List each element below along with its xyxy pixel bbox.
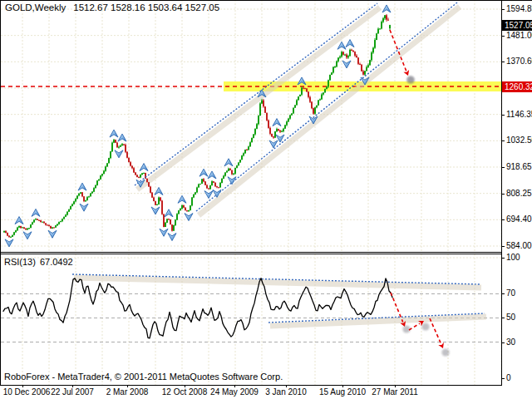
rsi-indicator-pane[interactable]	[1, 254, 501, 385]
candle-body	[366, 67, 367, 71]
candle-body	[57, 224, 58, 226]
candle-body	[155, 201, 156, 205]
price-scale-axis[interactable]: 1594.851481.001370.601146.351032.50918.6…	[501, 0, 532, 385]
candle-body	[165, 223, 166, 227]
candle-body	[183, 205, 185, 208]
candle-body	[351, 50, 352, 51]
candle-body	[153, 198, 155, 201]
fractal-up-icon	[118, 134, 126, 141]
candle-body	[60, 221, 62, 222]
candle-body	[66, 212, 68, 215]
candle-body	[377, 29, 379, 34]
price-tick-label: 1370.60	[506, 57, 532, 66]
candle-body	[311, 102, 313, 109]
candle-body	[32, 222, 33, 224]
candle-body	[231, 170, 233, 175]
axis-tickmark	[501, 140, 505, 141]
shadow-dot	[421, 323, 429, 330]
candle-body	[308, 91, 309, 97]
window-left-border	[0, 0, 1, 385]
candle-body	[211, 181, 213, 185]
candle-body	[98, 180, 100, 180]
candle-body	[22, 227, 23, 228]
candle-body	[156, 204, 158, 205]
candle-body	[357, 57, 359, 64]
candle-body	[318, 101, 319, 106]
fractal-down-icon	[168, 234, 176, 241]
chart-symbol-period: GOLD,Weekly	[5, 2, 66, 12]
candle-body	[95, 185, 96, 188]
candle-body	[244, 150, 246, 153]
candle-body	[42, 222, 43, 223]
candle-body	[55, 225, 57, 228]
candle-body	[379, 28, 381, 29]
candle-body	[286, 121, 288, 125]
candle-body	[329, 75, 331, 80]
pane-separator-bottom	[0, 254, 501, 254]
candle-body	[35, 219, 37, 219]
candle-body	[123, 144, 125, 145]
candle-body	[208, 188, 209, 189]
candle-body	[218, 187, 219, 188]
candle-body	[30, 224, 32, 228]
forecast-arrowhead	[438, 342, 444, 348]
candle-body	[136, 175, 138, 177]
time-scale-axis[interactable]: 10 Dec 200622 Jul 20072 Mar 200812 Oct 2…	[0, 385, 532, 399]
candle-body	[203, 179, 204, 181]
main-chart-pane[interactable]	[1, 0, 501, 252]
candle-body	[50, 226, 52, 229]
candle-body	[288, 119, 289, 122]
candle-body	[28, 228, 30, 229]
rsi-canvas[interactable]	[1, 254, 501, 385]
candle-body	[352, 51, 354, 52]
candle-body	[276, 129, 278, 131]
candle-body	[5, 231, 7, 233]
date-tick-label: 12 Oct 2008	[158, 387, 211, 397]
candle-body	[120, 145, 121, 147]
candle-body	[328, 80, 329, 86]
fractal-up-icon	[178, 195, 186, 203]
candle-body	[58, 222, 60, 224]
candle-body	[140, 175, 141, 177]
candle-body	[43, 222, 45, 224]
candle-body	[198, 185, 200, 188]
candle-body	[111, 143, 113, 151]
candle-body	[10, 237, 12, 238]
fractal-up-icon	[78, 183, 86, 190]
candle-body	[362, 71, 364, 75]
candle-body	[105, 166, 106, 170]
target-level-badge: 1260.32	[502, 81, 532, 92]
candle-body	[316, 106, 318, 107]
candle-body	[226, 171, 228, 173]
candlestick-canvas[interactable]	[1, 0, 501, 252]
candle-body	[261, 101, 263, 104]
candle-body	[180, 209, 181, 210]
candle-body	[298, 96, 299, 100]
price-tick-label: 1032.50	[506, 135, 532, 145]
candle-body	[233, 174, 234, 175]
candle-body	[181, 205, 183, 209]
candle-body	[342, 52, 344, 54]
fractal-up-icon	[32, 209, 40, 216]
candle-body	[243, 153, 244, 155]
price-tick-label: 918.65	[506, 162, 532, 172]
candle-body	[256, 124, 258, 129]
candle-body	[63, 217, 65, 219]
candle-body	[62, 219, 63, 221]
fractal-down-icon	[80, 204, 88, 211]
date-tick-label: 2 Mar 2008	[101, 387, 154, 397]
candle-body	[291, 114, 293, 116]
candle-body	[354, 52, 356, 56]
price-tick-label: 1481.00	[506, 31, 532, 41]
axis-tickmark	[501, 62, 505, 62]
candle-body	[296, 100, 298, 105]
axis-tickmark	[501, 219, 505, 220]
candle-body	[126, 152, 128, 158]
candle-body	[271, 134, 273, 136]
axis-tickmark	[501, 378, 505, 379]
candle-body	[171, 224, 173, 230]
axis-tickmark	[501, 293, 505, 294]
mt4-chart-window: GOLD,Weekly1512.67 1528.16 1503.64 1527.…	[0, 0, 532, 399]
candle-body	[78, 194, 80, 195]
candles-layer	[3, 14, 391, 238]
